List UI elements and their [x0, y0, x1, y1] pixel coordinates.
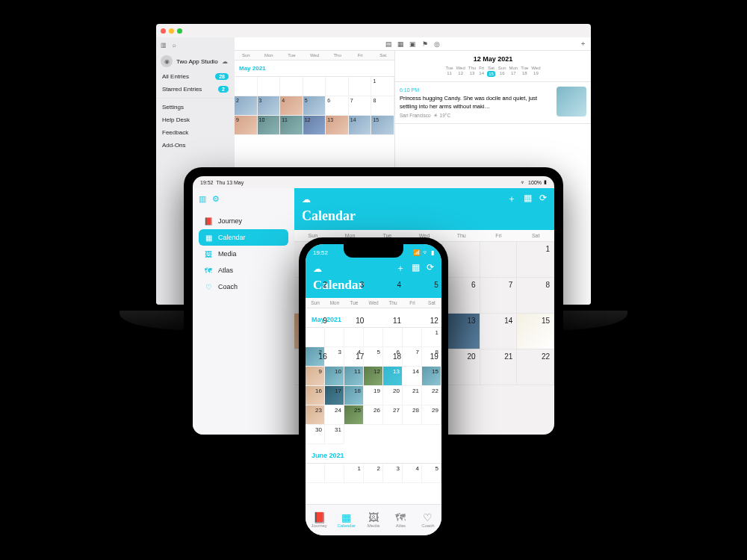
calendar-day[interactable]: 21	[403, 386, 422, 405]
tab-journey[interactable]: 📕Journey	[306, 505, 332, 535]
sidebar-toggle-icon[interactable]: ▥	[199, 194, 206, 204]
calendar-day[interactable]: 22	[517, 349, 554, 385]
calendar-day[interactable]: 25	[344, 405, 364, 425]
calendar-day[interactable]: 5	[303, 96, 326, 116]
calendar-day[interactable]: 15	[422, 367, 441, 386]
calendar-day[interactable]: 10	[258, 116, 281, 135]
calendar-day[interactable]: 23	[306, 405, 325, 425]
calendar-day[interactable]: 9	[306, 367, 325, 386]
calendar-day[interactable]: 2	[364, 464, 383, 483]
calendar-day[interactable]: 5	[422, 464, 441, 483]
calendar-day[interactable]: 20	[443, 349, 480, 385]
sidebar-toggle-icon[interactable]: ▥	[161, 42, 167, 48]
calendar-day[interactable]: 27	[383, 405, 403, 425]
calendar-day[interactable]: 21	[480, 349, 518, 385]
calendar-day[interactable]: 3	[325, 347, 344, 367]
calendar-day[interactable]: 12	[364, 367, 383, 386]
sidebar-item-starred[interactable]: Starred Entries 2	[156, 83, 235, 96]
calendar-day[interactable]: 8	[371, 96, 394, 116]
calendar-day[interactable]: 18	[344, 386, 364, 405]
calendar-day[interactable]: 17	[325, 386, 344, 405]
week-day[interactable]: Wed12	[456, 66, 465, 77]
tab-calendar[interactable]: ▦Calendar	[332, 505, 359, 535]
ipad-sidebar-item-coach[interactable]: ♡Coach	[199, 279, 288, 295]
calendar-day[interactable]: 4	[403, 464, 422, 483]
calendar-day[interactable]: 9	[235, 116, 258, 135]
week-day[interactable]: Sat15	[487, 66, 495, 77]
calendar-day[interactable]: 26	[364, 405, 383, 425]
calendar-day[interactable]: 11	[344, 367, 364, 386]
calendar-day[interactable]: 6	[326, 96, 349, 116]
cloud-icon[interactable]: ☁	[313, 264, 322, 274]
calendar-day[interactable]: 22	[422, 386, 441, 405]
calendar-day[interactable]: 7	[349, 96, 372, 116]
week-day[interactable]: Fri14	[479, 66, 484, 77]
ipad-sidebar-item-calendar[interactable]: ▦Calendar	[199, 229, 288, 246]
tab-atlas[interactable]: 🗺Atlas	[387, 505, 414, 535]
week-day[interactable]: Sun16	[498, 66, 506, 77]
week-day[interactable]: Mon17	[509, 66, 518, 77]
calendar-day[interactable]: 16	[306, 386, 325, 405]
add-entry-icon[interactable]: ＋	[507, 193, 516, 205]
media-icon[interactable]: ▣	[409, 40, 417, 48]
calendar-day[interactable]: 14	[349, 116, 372, 135]
sync-icon[interactable]: ⟳	[427, 262, 434, 275]
calendar-day[interactable]: 15	[517, 314, 554, 349]
iphone-scroll[interactable]: May 2021 1234567891011121314151617181920…	[306, 308, 441, 504]
account-row[interactable]: ◉ Two App Studio ☁	[156, 52, 235, 70]
settings-icon[interactable]: ⚙	[212, 194, 220, 204]
calendar-day[interactable]: 14	[480, 314, 518, 349]
calendar-day[interactable]: 2	[235, 96, 258, 116]
ipad-sidebar-item-media[interactable]: 🖼Media	[199, 246, 288, 262]
calendar-day[interactable]: 19	[364, 386, 383, 405]
calendar-day[interactable]: 14	[403, 367, 422, 386]
calendar-day[interactable]: 13	[443, 314, 480, 349]
entry-card[interactable]: 6:10 PM Princess hugging Candy. She was …	[395, 82, 591, 124]
week-day[interactable]: Wed19	[531, 66, 540, 77]
calendar-day[interactable]: 6	[443, 278, 480, 314]
calendar-day[interactable]: 10	[325, 367, 344, 386]
calendar-day[interactable]: 12	[303, 116, 326, 135]
add-entry-icon[interactable]: ＋	[579, 40, 586, 48]
coach-icon[interactable]: ◎	[433, 40, 441, 48]
calendar-day[interactable]: 1	[344, 464, 364, 483]
week-day[interactable]: Tue18	[521, 66, 528, 77]
sidebar-item-addons[interactable]: Add-Ons	[156, 139, 235, 152]
calendar-day[interactable]: 13	[326, 116, 349, 135]
sidebar-item-all-entries[interactable]: All Entries 28	[156, 70, 235, 83]
week-day[interactable]: Thu13	[468, 66, 476, 77]
search-icon[interactable]: ⌕	[171, 42, 177, 48]
add-entry-icon[interactable]: ＋	[396, 262, 405, 275]
calendar-day[interactable]: 7	[480, 278, 518, 314]
calendar-day[interactable]: 31	[325, 425, 344, 444]
calendar-day[interactable]: 5	[364, 347, 383, 367]
ipad-sidebar-item-atlas[interactable]: 🗺Atlas	[199, 262, 288, 279]
calendar-day[interactable]: 1	[371, 77, 394, 96]
calendar-day[interactable]: 8	[517, 278, 554, 314]
atlas-icon[interactable]: ⚑	[421, 40, 429, 48]
calendar-day[interactable]: 7	[403, 347, 422, 367]
calendar-day[interactable]: 4	[280, 96, 303, 116]
today-icon[interactable]: ▦	[412, 262, 420, 275]
calendar-day[interactable]: 15	[371, 116, 394, 135]
archive-icon[interactable]: ▤	[385, 40, 393, 48]
calendar-day[interactable]: 29	[422, 405, 441, 425]
minimize-traffic-light[interactable]	[169, 28, 174, 34]
calendar-day[interactable]: 1	[422, 328, 441, 347]
calendar-day[interactable]: 3	[383, 464, 403, 483]
sidebar-item-feedback[interactable]: Feedback	[156, 126, 235, 139]
today-icon[interactable]: ▦	[524, 193, 532, 205]
zoom-traffic-light[interactable]	[177, 28, 182, 34]
calendar-day[interactable]: 30	[306, 425, 325, 444]
week-day[interactable]: Tue11	[445, 66, 453, 77]
cloud-icon[interactable]: ☁	[302, 194, 311, 205]
calendar-day[interactable]: 1	[517, 242, 554, 278]
calendar-day[interactable]: 20	[383, 386, 403, 405]
close-traffic-light[interactable]	[161, 28, 166, 34]
calendar-day[interactable]: 24	[325, 405, 344, 425]
tab-coach[interactable]: ♡Coach	[415, 505, 441, 535]
sidebar-item-helpdesk[interactable]: Help Desk	[156, 113, 235, 126]
calendar-icon[interactable]: ▦	[397, 40, 405, 48]
calendar-day[interactable]: 13	[383, 367, 403, 386]
sync-icon[interactable]: ⟳	[539, 193, 547, 205]
